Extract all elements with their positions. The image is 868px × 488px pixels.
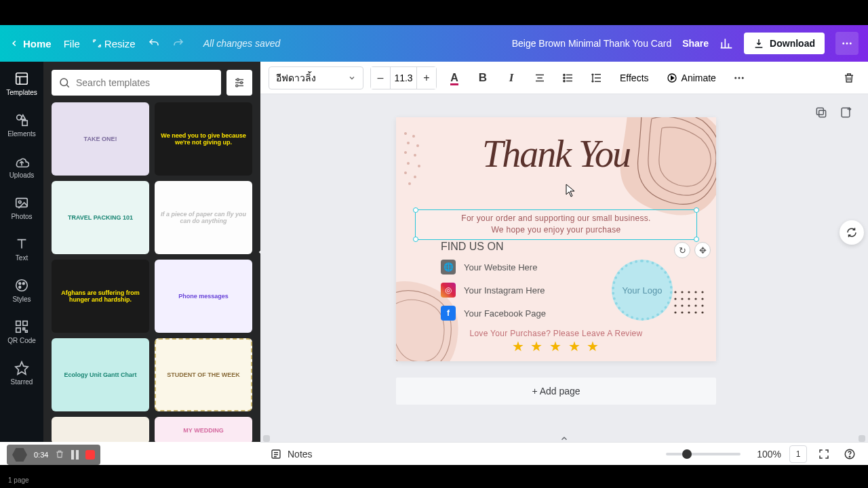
selection-handle[interactable] <box>694 207 699 213</box>
filter-button[interactable] <box>226 70 252 96</box>
refresh-icon <box>846 226 858 239</box>
text-color-button[interactable]: A <box>443 67 465 89</box>
template-thumb[interactable] <box>52 417 149 442</box>
rail-uploads-label: Uploads <box>9 171 35 179</box>
template-thumb[interactable]: Afghans are suffering from hunger and ha… <box>52 260 149 333</box>
list-button[interactable] <box>557 67 579 89</box>
redo-button[interactable] <box>172 37 184 49</box>
zoom-value[interactable]: 100% <box>749 449 781 460</box>
svg-point-23 <box>734 77 736 79</box>
template-thumb[interactable]: STUDENT OF THE WEEK <box>155 338 252 411</box>
card-title[interactable]: Thank You <box>396 135 716 173</box>
svg-point-7 <box>18 201 21 203</box>
svg-rect-5 <box>22 121 27 125</box>
rail-text[interactable]: Text <box>0 234 43 264</box>
undo-button[interactable] <box>148 37 160 49</box>
toolbar-more-button[interactable] <box>728 67 750 89</box>
help-button[interactable] <box>841 445 859 463</box>
svg-point-44 <box>701 291 703 293</box>
template-thumb[interactable]: TRAVEL PACKING 101 <box>52 181 149 254</box>
svg-point-45 <box>674 298 676 300</box>
review-text[interactable]: Love Your Purchase? Please Leave A Revie… <box>396 329 716 338</box>
contact-row[interactable]: ◎ Your Instagram Here <box>441 283 546 298</box>
effects-button[interactable]: Effects <box>614 68 654 87</box>
zoom-slider[interactable] <box>666 453 741 455</box>
svg-point-18 <box>236 85 238 87</box>
template-thumb[interactable]: Phone messages <box>155 260 252 333</box>
selection-handle[interactable] <box>413 237 418 242</box>
file-menu[interactable]: File <box>64 38 80 49</box>
rail-templates[interactable]: Templates <box>0 68 43 99</box>
collapse-panel-button[interactable] <box>255 236 260 268</box>
home-button[interactable]: Home <box>9 38 52 49</box>
search-box[interactable] <box>52 70 221 96</box>
selected-text-box[interactable]: For your order and supporting our small … <box>415 209 697 240</box>
font-size-plus[interactable]: + <box>417 67 436 89</box>
recording-stop-button[interactable] <box>85 450 95 460</box>
notes-icon <box>270 448 282 460</box>
rail-elements[interactable]: Elements <box>0 110 43 140</box>
canvas-zone[interactable]: Thank You For your order and supporting … <box>260 94 868 442</box>
rail-styles[interactable]: Styles <box>0 275 43 306</box>
svg-rect-14 <box>16 328 20 332</box>
rail-starred[interactable]: Starred <box>0 358 43 388</box>
move-handle[interactable]: ✥ <box>694 242 711 258</box>
star-rating[interactable]: ★ ★ ★ ★ ★ <box>396 338 716 354</box>
insights-icon[interactable] <box>719 37 733 50</box>
refresh-button[interactable] <box>840 220 864 245</box>
instagram-label: Your Instagram Here <box>464 285 545 296</box>
find-us-heading[interactable]: FIND US ON <box>441 241 503 253</box>
selection-handle[interactable] <box>413 207 418 213</box>
resize-menu[interactable]: Resize <box>92 38 136 49</box>
delete-button[interactable] <box>838 67 860 89</box>
add-page-above-button[interactable] <box>837 104 854 121</box>
templates-icon <box>14 71 29 86</box>
contact-row[interactable]: f Your Facebook Page <box>441 306 546 321</box>
chevron-up-icon <box>559 434 569 442</box>
page-navigator-toggle[interactable] <box>556 434 572 442</box>
recording-pause-button[interactable] <box>71 450 79 460</box>
bold-button[interactable]: B <box>472 67 494 89</box>
template-thumb[interactable]: Ecology Unit Gantt Chart <box>52 338 149 411</box>
bold-icon: B <box>479 71 487 85</box>
bottom-black-bar: 0:34 1 page <box>0 465 868 488</box>
notes-button[interactable]: Notes <box>270 448 313 460</box>
font-size-input[interactable] <box>390 67 417 89</box>
document-title[interactable]: Beige Brown Minimal Thank You Card <box>512 38 672 49</box>
share-button[interactable]: Share <box>682 38 709 49</box>
italic-button[interactable]: I <box>500 67 522 89</box>
duplicate-page-button[interactable] <box>812 104 830 121</box>
template-thumb[interactable]: If a piece of paper can fly you can do a… <box>155 181 252 254</box>
align-icon <box>534 72 546 84</box>
design-canvas[interactable]: Thank You For your order and supporting … <box>396 117 716 361</box>
zoom-slider-knob[interactable] <box>682 449 692 459</box>
selection-handle[interactable] <box>694 237 699 242</box>
font-size-minus[interactable]: – <box>371 67 390 89</box>
rotate-handle[interactable]: ↻ <box>674 242 690 258</box>
spacing-button[interactable] <box>586 67 608 89</box>
more-button[interactable] <box>835 32 859 55</box>
fullscreen-button[interactable] <box>815 445 833 463</box>
search-input[interactable] <box>76 77 214 88</box>
add-page-button[interactable]: + Add page <box>396 378 716 405</box>
align-button[interactable] <box>529 67 551 89</box>
svg-point-46 <box>681 298 683 300</box>
rail-uploads[interactable]: Uploads <box>0 151 43 182</box>
rail-photos[interactable]: Photos <box>0 192 43 223</box>
page-count-button[interactable]: 1 <box>789 445 807 463</box>
uploads-icon <box>14 154 29 169</box>
logo-placeholder[interactable]: Your Logo <box>612 260 673 321</box>
scroll-right-button[interactable] <box>859 435 865 442</box>
template-thumb[interactable]: MY WEDDING <box>155 417 252 442</box>
trash-icon <box>843 72 855 84</box>
recording-delete-button[interactable] <box>55 449 64 460</box>
contact-row[interactable]: 🌐 Your Website Here <box>441 260 546 274</box>
font-family-select[interactable]: อีฟดาวลิ้ง <box>269 66 363 89</box>
rail-qrcode[interactable]: QR Code <box>0 317 43 347</box>
template-thumb[interactable]: TAKE ONE! <box>52 102 149 176</box>
template-thumb[interactable]: We need you to give because we're not gi… <box>155 102 252 176</box>
download-button[interactable]: Download <box>744 33 825 54</box>
animate-button[interactable]: Animate <box>661 68 722 87</box>
rail-photos-label: Photos <box>11 213 32 220</box>
scroll-left-button[interactable] <box>263 435 270 442</box>
